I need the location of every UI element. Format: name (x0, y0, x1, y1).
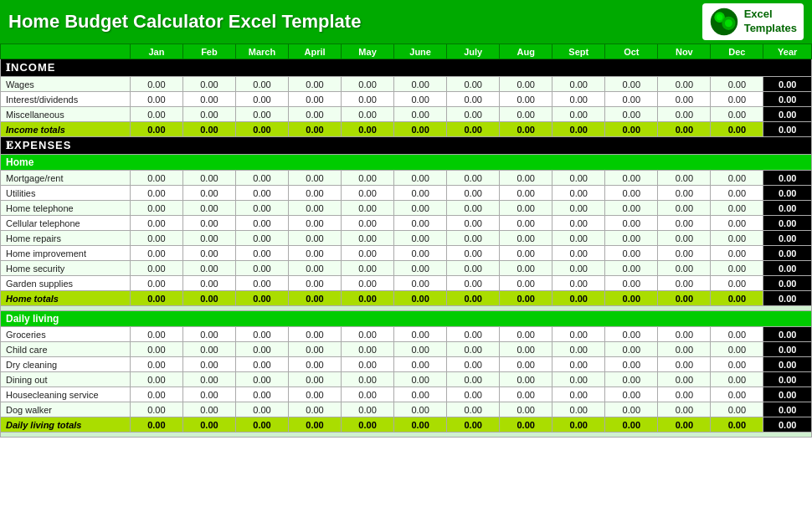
logo-area: Excel Templates (702, 3, 804, 40)
table-row: Dog walker 0.000.000.00 0.000.000.00 0.0… (1, 402, 812, 417)
table-row: Child care 0.000.000.00 0.000.000.00 0.0… (1, 342, 812, 357)
row-label: Miscellaneous (1, 107, 131, 122)
wages-dec[interactable]: 0.00 (711, 77, 763, 92)
table-row: Home improvement 0.000.000.00 0.000.000.… (1, 246, 812, 261)
svg-point-4 (725, 19, 732, 27)
header-label-col (1, 44, 131, 59)
table-row: Cellular telephone 0.000.000.00 0.000.00… (1, 216, 812, 231)
wages-nov[interactable]: 0.00 (658, 77, 711, 92)
header-year: Year (763, 44, 812, 59)
header-may: May (342, 44, 394, 59)
table-row: Dining out 0.000.000.00 0.000.000.00 0.0… (1, 372, 812, 387)
table-row: Groceries 0.000.000.00 0.000.000.00 0.00… (1, 327, 812, 342)
expenses-section-header: 𝐄XPENSES (1, 137, 812, 155)
header: Home Budget Calculator Excel Template Ex… (0, 0, 812, 44)
header-march: March (235, 44, 288, 59)
daily-living-section-header: Daily living (1, 311, 812, 327)
header-jan: Jan (130, 44, 182, 59)
wages-aug[interactable]: 0.00 (500, 77, 552, 92)
table-row: Dry cleaning 0.000.000.00 0.000.000.00 0… (1, 357, 812, 372)
home-header-label: Home (1, 155, 812, 171)
table-row: Utilities 0.000.000.00 0.000.000.00 0.00… (1, 186, 812, 201)
header-sept: Sept (552, 44, 605, 59)
table-row: Home security 0.000.000.00 0.000.000.00 … (1, 261, 812, 276)
home-totals-row: Home totals 0.000.000.00 0.000.000.00 0.… (1, 291, 812, 306)
daily-living-header-label: Daily living (1, 311, 812, 327)
wages-may[interactable]: 0.00 (342, 77, 394, 92)
spreadsheet: Jan Feb March April May June July Aug Se… (0, 44, 812, 438)
header-nov: Nov (658, 44, 711, 59)
row-label: Wages (1, 77, 131, 92)
income-header-label: 𝐈NCOME (1, 59, 812, 77)
logo-text: Excel Templates (744, 8, 797, 36)
wages-march[interactable]: 0.00 (235, 77, 288, 92)
svg-point-3 (717, 14, 722, 20)
wages-jan[interactable]: 0.00 (130, 77, 182, 92)
header-july: July (447, 44, 500, 59)
table-row: Miscellaneous 0.000.000.00 0.000.000.00 … (1, 107, 812, 122)
blank-separator-bottom (1, 433, 812, 438)
daily-living-totals-row: Daily living totals 0.000.000.00 0.000.0… (1, 417, 812, 433)
table-row: Housecleaning service 0.000.000.00 0.000… (1, 387, 812, 402)
wages-year: 0.00 (763, 77, 812, 92)
income-totals-row: Income totals 0.000.000.00 0.000.000.00 … (1, 122, 812, 137)
wages-june[interactable]: 0.00 (394, 77, 447, 92)
header-june: June (394, 44, 447, 59)
income-section-header: 𝐈NCOME (1, 59, 812, 77)
wages-july[interactable]: 0.00 (447, 77, 500, 92)
table-row: Interest/dividends 0.000.000.00 0.000.00… (1, 92, 812, 107)
logo-icon (709, 7, 739, 37)
income-totals-label: Income totals (1, 122, 131, 137)
home-section-header: Home (1, 155, 812, 171)
table-row: Mortgage/rent 0.000.000.00 0.000.000.00 … (1, 171, 812, 186)
header-aug: Aug (500, 44, 552, 59)
row-label: Interest/dividends (1, 92, 131, 107)
table-row: Home repairs 0.000.000.00 0.000.000.00 0… (1, 231, 812, 246)
expenses-header-label: 𝐄XPENSES (1, 137, 812, 155)
wages-feb[interactable]: 0.00 (182, 77, 235, 92)
table-row: Wages 0.00 0.00 0.00 0.00 0.00 0.00 0.00… (1, 77, 812, 92)
column-header-row: Jan Feb March April May June July Aug Se… (1, 44, 812, 59)
wages-sept[interactable]: 0.00 (552, 77, 605, 92)
table-row: Home telephone 0.000.000.00 0.000.000.00… (1, 201, 812, 216)
header-april: April (289, 44, 342, 59)
wages-april[interactable]: 0.00 (289, 77, 342, 92)
header-dec: Dec (711, 44, 763, 59)
header-oct: Oct (605, 44, 658, 59)
header-feb: Feb (182, 44, 235, 59)
wages-oct[interactable]: 0.00 (605, 77, 658, 92)
table-row: Garden supplies 0.000.000.00 0.000.000.0… (1, 276, 812, 291)
page-title: Home Budget Calculator Excel Template (8, 11, 361, 33)
